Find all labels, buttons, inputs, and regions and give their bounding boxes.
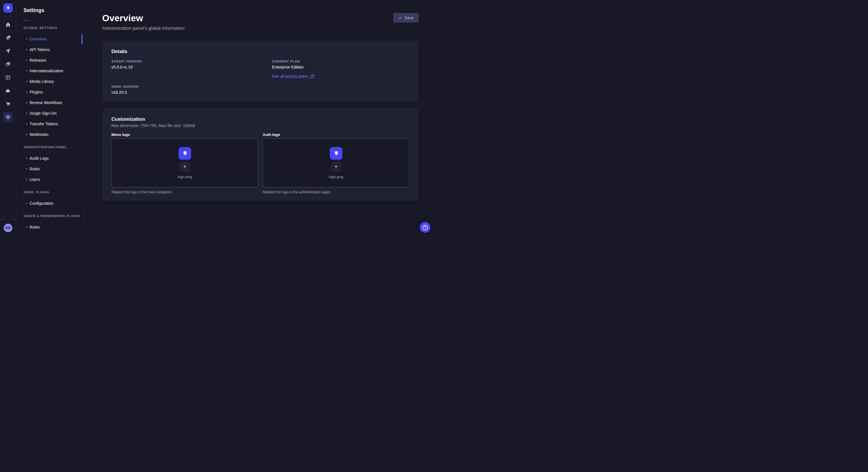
auth-logo-group: Auth logo + logo.png Replace the logo in… [262, 133, 409, 194]
subnav-item-label: Providers [30, 235, 46, 236]
shopping-cart-icon [3, 99, 13, 109]
bullet-icon [26, 203, 27, 204]
strapi-logo-icon [5, 5, 11, 11]
current-plan-value: Enterprise Edition [272, 65, 409, 69]
subnav-section-email-plugin: EMAIL PLUGIN Configuration [17, 191, 84, 208]
auth-logo-label: Auth logo [262, 133, 409, 137]
customization-card-title: Customization [112, 116, 409, 122]
nav-marketplace-button[interactable] [1, 97, 14, 110]
main-content: Overview Administration panel’s global i… [84, 0, 434, 236]
save-button[interactable]: Save [394, 13, 418, 22]
strapi-version-value: v5.0.0-rc.19 [112, 65, 260, 69]
subnav-item-internationalization[interactable]: Internationalization [17, 65, 84, 76]
menu-logo-preview [179, 147, 191, 160]
bullet-icon [26, 38, 27, 40]
pricing-plans-link[interactable]: See all pricing plans [272, 74, 314, 78]
logos-grid: Menu logo + logo.png Replace the logo in… [112, 133, 409, 194]
section-label: ADMINISTRATION PANEL [24, 145, 84, 149]
page-header: Overview Administration panel’s global i… [102, 0, 418, 31]
subnav-item-audit-logs[interactable]: Audit Logs [17, 153, 84, 164]
help-button[interactable]: ? [420, 222, 431, 233]
nav-content-builder-button[interactable] [1, 31, 14, 44]
auth-logo-add-button[interactable]: + [332, 162, 341, 171]
subnav-item-admin-users[interactable]: Users [17, 174, 84, 185]
strapi-mark-icon [181, 149, 189, 158]
details-left-column: STRAPI VERSION v5.0.0-rc.19 NODE VERSION… [112, 60, 260, 95]
subnav-item-label: Internationalization [30, 69, 63, 73]
subnav-item-api-tokens[interactable]: API Tokens [17, 44, 84, 55]
subnav-list: Overview API Tokens Releases Internation… [17, 34, 84, 140]
strapi-mark-icon [332, 149, 340, 158]
section-label: EMAIL PLUGIN [24, 191, 84, 194]
bullet-icon [26, 134, 27, 135]
bullet-icon [26, 102, 27, 103]
nav-cloud-button[interactable] [1, 84, 14, 97]
section-label: USERS & PERMISSIONS PLUGIN [24, 214, 84, 217]
bullet-icon [26, 179, 27, 180]
page-title: Overview [102, 12, 185, 24]
subnav-list: Configuration [17, 198, 84, 208]
subnav-item-media-library[interactable]: Media Library [17, 76, 84, 87]
menu-logo-label: Menu logo [112, 133, 258, 137]
details-grid: STRAPI VERSION v5.0.0-rc.19 NODE VERSION… [112, 60, 409, 95]
bullet-icon [26, 158, 27, 159]
details-right-column: CURRENT PLAN Enterprise Edition See all … [260, 60, 409, 95]
details-card-title: Details [112, 49, 409, 55]
current-plan-field: CURRENT PLAN Enterprise Edition [272, 60, 409, 69]
bullet-icon [26, 60, 27, 61]
subnav-item-review-workflows[interactable]: Review Workflows [17, 97, 84, 108]
save-button-label: Save [404, 15, 414, 20]
nav-content-manager-button[interactable] [1, 71, 14, 84]
subnav-list: Roles Providers [17, 222, 84, 236]
subnav-item-label: Media Library [30, 79, 54, 84]
subnav-title: Settings [24, 7, 84, 13]
subnav-item-single-sign-on[interactable]: Single Sign-On [17, 108, 84, 119]
subnav-item-label: Roles [30, 167, 40, 171]
active-item-indicator [82, 34, 82, 44]
subnav-item-label: Plugins [30, 90, 43, 94]
nav-deploy-button[interactable] [1, 44, 14, 58]
subnav-item-up-providers[interactable]: Providers [17, 232, 84, 236]
subnav-item-transfer-tokens[interactable]: Transfer Tokens [17, 119, 84, 129]
menu-logo-filename: logo.png [178, 175, 192, 179]
nav-settings-button[interactable] [1, 110, 14, 124]
menu-logo-group: Menu logo + logo.png Replace the logo in… [112, 133, 258, 194]
subnav-item-label: Review Workflows [30, 100, 62, 105]
bullet-icon [26, 70, 27, 71]
cloud-icon [3, 86, 13, 96]
bullet-icon [26, 81, 27, 82]
subnav-item-label: Releases [30, 58, 46, 63]
bullet-icon [26, 123, 27, 125]
feather-icon [3, 33, 13, 43]
app-window: KD Settings GLOBAL SETTINGS Overview API… [0, 0, 434, 236]
subnav-item-up-roles[interactable]: Roles [17, 222, 84, 232]
layout-icon [3, 72, 13, 82]
main-nav-rail: KD [0, 0, 17, 236]
subnav-item-label: Single Sign-On [30, 111, 57, 115]
bullet-icon [26, 168, 27, 169]
subnav-item-label: Transfer Tokens [30, 122, 58, 126]
subnav-title-divider [24, 20, 30, 21]
subnav-item-label: Users [30, 177, 40, 182]
node-version-label: NODE VERSION [112, 85, 260, 88]
auth-logo-preview [330, 147, 342, 160]
bullet-icon [26, 227, 27, 228]
menu-logo-add-button[interactable]: + [180, 162, 189, 171]
subnav-item-admin-roles[interactable]: Roles [17, 164, 84, 174]
user-avatar[interactable]: KD [4, 224, 12, 232]
paper-plane-icon [3, 46, 13, 56]
nav-media-library-button[interactable] [1, 58, 14, 71]
bullet-icon [26, 49, 27, 50]
nav-home-button[interactable] [1, 18, 14, 31]
subnav-item-email-configuration[interactable]: Configuration [17, 198, 84, 208]
auth-logo-dropzone[interactable]: + logo.png [262, 138, 409, 187]
menu-logo-description: Replace the logo in the main navigation [112, 190, 258, 194]
plus-icon: + [334, 164, 338, 169]
auth-logo-filename: logo.png [329, 175, 343, 179]
subnav-item-releases[interactable]: Releases [17, 55, 84, 65]
subnav-item-overview[interactable]: Overview [17, 34, 84, 44]
subnav-item-webhooks[interactable]: Webhooks [17, 129, 84, 140]
menu-logo-dropzone[interactable]: + logo.png [112, 138, 258, 187]
subnav-item-plugins[interactable]: Plugins [17, 87, 84, 97]
strapi-logo[interactable] [3, 3, 12, 12]
